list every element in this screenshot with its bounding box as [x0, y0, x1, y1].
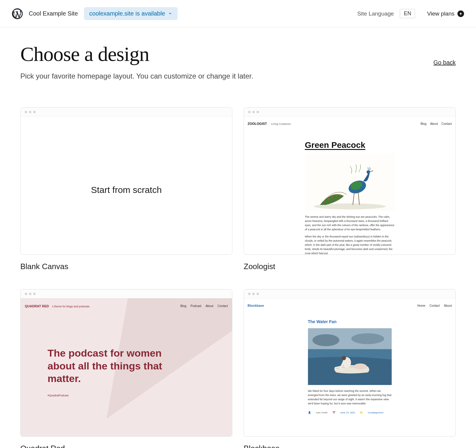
bb-nav-item: About	[444, 304, 452, 307]
theme-preview: Blockbase Home Contact About The Water F…	[244, 289, 456, 437]
blank-canvas-body: Start from scratch	[21, 116, 232, 255]
start-from-scratch-text: Start from scratch	[91, 185, 162, 195]
language-label: Site Language	[357, 10, 394, 17]
folder-icon: 📁	[360, 411, 363, 414]
bb-brand: Blockbase	[248, 304, 264, 307]
svg-rect-1	[305, 154, 395, 211]
svg-point-4	[327, 198, 329, 200]
quad-hero-text: The podcast for women about all the thin…	[48, 347, 166, 385]
zoo-nav-item: Contact	[442, 122, 452, 125]
water-fan-image	[308, 328, 392, 385]
quad-nav-item: Podcast	[190, 304, 201, 308]
page-subtitle: Pick your favorite homepage layout. You …	[20, 72, 456, 80]
quad-tagline: A theme for blogs and podcasts	[52, 305, 89, 308]
bb-post-title: The Water Fan	[308, 319, 392, 324]
svg-point-14	[312, 334, 339, 346]
bb-nav-item: Home	[417, 304, 425, 307]
bb-paragraph: We hiked for four days before reaching t…	[308, 389, 392, 406]
svg-point-15	[351, 333, 384, 344]
go-back-link[interactable]: Go back	[434, 59, 456, 66]
browser-chrome	[244, 289, 455, 298]
theme-card-blank-canvas[interactable]: Start from scratch Blank Canvas	[20, 107, 232, 271]
bolt-icon	[457, 10, 464, 17]
view-plans-text: View plans	[427, 10, 454, 17]
person-icon: 👤	[308, 411, 311, 414]
peacock-image	[305, 154, 395, 211]
theme-label: Quadrat Red	[20, 444, 232, 448]
theme-preview: QUADRAT REDA theme for blogs and podcast…	[20, 289, 232, 437]
blockbase-body: Blockbase Home Contact About The Water F…	[244, 298, 455, 436]
browser-chrome	[21, 289, 232, 298]
main-content: Choose a design Go back Pick your favori…	[0, 27, 476, 448]
wordpress-logo-icon[interactable]	[12, 8, 23, 19]
browser-chrome	[244, 108, 455, 116]
quad-nav-item: Blog	[180, 304, 186, 308]
zoo-tagline: Living Creatures	[271, 122, 291, 125]
page-title: Choose a design	[20, 42, 149, 66]
language-selector[interactable]: EN	[400, 9, 415, 18]
quad-nav-item: About	[205, 304, 213, 308]
domain-text: coolexample.site is available	[89, 10, 165, 17]
quad-nav-item: Contact	[218, 304, 228, 308]
zoologist-body: ZOOLOGISTLiving Creatures Blog About Con…	[244, 116, 455, 254]
quadrat-body: QUADRAT REDA theme for blogs and podcast…	[21, 298, 232, 437]
view-plans-link[interactable]: View plans	[427, 10, 464, 17]
svg-point-18	[342, 356, 346, 360]
zoo-nav-item: About	[430, 122, 438, 125]
quad-hashtag: #QuadratPodcast	[48, 394, 166, 397]
theme-label: Zoologist	[244, 262, 456, 271]
theme-label: Blockbase	[244, 444, 456, 448]
zoo-brand: ZOOLOGIST	[248, 122, 267, 125]
svg-point-10	[367, 170, 370, 174]
zoo-post-title: Green Peacock	[305, 140, 395, 150]
theme-card-quadrat-red[interactable]: QUADRAT REDA theme for blogs and podcast…	[20, 289, 232, 448]
theme-grid: Start from scratch Blank Canvas ZOOLOGIS…	[20, 107, 456, 448]
theme-preview: ZOOLOGISTLiving Creatures Blog About Con…	[244, 107, 456, 255]
site-name: Cool Example Site	[29, 10, 78, 17]
quad-brand: QUADRAT RED	[25, 304, 49, 308]
svg-point-7	[339, 194, 341, 196]
theme-card-zoologist[interactable]: ZOOLOGISTLiving Creatures Blog About Con…	[244, 107, 456, 271]
svg-point-19	[354, 363, 367, 369]
theme-preview: Start from scratch	[20, 107, 232, 255]
svg-point-3	[324, 200, 325, 202]
zoo-nav-item: Blog	[420, 122, 426, 125]
bb-date: June 15, 2021	[340, 411, 356, 414]
bb-post-meta: 👤Joan Smith 📅June 15, 2021 📁Uncategorize…	[308, 411, 392, 414]
bb-author: Joan Smith	[316, 411, 328, 414]
theme-card-blockbase[interactable]: Blockbase Home Contact About The Water F…	[244, 289, 456, 448]
bb-category: Uncategorized	[368, 411, 383, 414]
calendar-icon: 📅	[332, 411, 335, 414]
chevron-down-icon	[168, 10, 172, 17]
bb-nav-item: Contact	[429, 304, 440, 307]
zoo-paragraph: When the sky or the thousand-rayed sun (…	[305, 235, 395, 254]
domain-available-pill[interactable]: coolexample.site is available	[84, 7, 178, 20]
svg-point-5	[332, 196, 333, 198]
theme-label: Blank Canvas	[20, 262, 232, 271]
header-bar: Cool Example Site coolexample.site is av…	[0, 0, 476, 27]
svg-point-6	[336, 195, 338, 197]
zoo-paragraph: The serene and starry sky and the shinin…	[305, 215, 395, 232]
browser-chrome	[21, 108, 232, 116]
